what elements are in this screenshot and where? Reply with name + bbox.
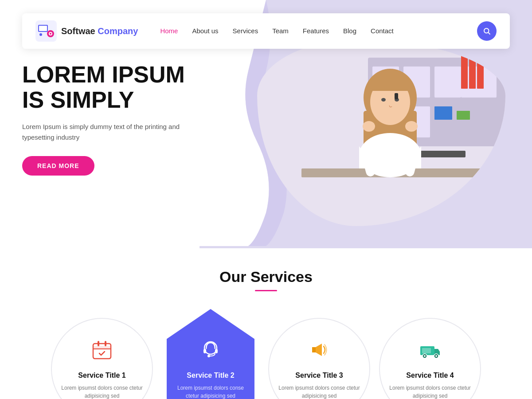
logo-icon	[35, 20, 57, 42]
logo-text: Softwae Company	[61, 26, 138, 36]
svg-rect-43	[215, 349, 218, 353]
nav-blog[interactable]: Blog	[343, 27, 356, 35]
services-section: Our Services Service Title 1 Lorem	[0, 246, 532, 399]
search-button[interactable]	[477, 21, 497, 41]
read-more-button[interactable]: READ MORE	[22, 156, 94, 176]
svg-point-49	[424, 355, 426, 357]
service-title-1: Service Title 1	[78, 372, 125, 379]
hero-title: LOREM IPSUM IS SIMPLY	[22, 62, 208, 113]
nav-links: Home About us Services Team Features Blo…	[160, 27, 393, 35]
svg-point-28	[381, 98, 386, 102]
svg-point-34	[363, 121, 375, 132]
nav-features[interactable]: Features	[303, 27, 329, 35]
svg-rect-42	[203, 349, 206, 353]
svg-rect-39	[98, 341, 99, 346]
service-card-2: Service Title 2 Lorem ipsumst dolors con…	[162, 309, 259, 399]
nav-home[interactable]: Home	[160, 27, 178, 35]
navbar: Softwae Company Home About us Services T…	[22, 13, 510, 49]
svg-rect-19	[457, 111, 470, 120]
service-card-4: Service Title 4 Lorem ipsumst dolors con…	[379, 318, 481, 399]
svg-rect-36	[93, 344, 111, 359]
service-desc-1: Lorem ipsumst dolors conse ctetur adipis…	[61, 384, 143, 399]
calendar-icon	[90, 338, 113, 365]
search-icon	[483, 27, 491, 35]
logo[interactable]: Softwae Company	[35, 20, 138, 42]
hero-content: LOREM IPSUM IS SIMPLY Lorem Ipsum is sim…	[22, 62, 208, 176]
services-grid: Service Title 1 Lorem ipsumst dolors con…	[22, 309, 510, 399]
service-title-2: Service Title 2	[187, 372, 234, 379]
svg-point-6	[39, 33, 42, 36]
service-desc-2: Lorem ipsumst dolors conse ctetur adipis…	[173, 384, 248, 399]
svg-rect-20	[461, 53, 468, 89]
nav-team[interactable]: Team	[272, 27, 289, 35]
svg-rect-14	[434, 66, 461, 98]
svg-point-44	[207, 355, 210, 357]
service-card-3: Service Title 3 Lorem ipsumst dolors con…	[268, 318, 370, 399]
nav-services[interactable]: Services	[233, 27, 258, 35]
service-title-4: Service Title 4	[406, 372, 454, 379]
megaphone-icon	[308, 338, 331, 365]
svg-point-35	[405, 121, 418, 132]
svg-line-8	[488, 32, 490, 34]
svg-point-7	[484, 28, 489, 33]
service-desc-4: Lorem ipsumst dolors conse ctetur adipis…	[389, 384, 471, 399]
headset-icon	[199, 338, 222, 365]
service-desc-3: Lorem ipsumst dolors conse ctetur adipis…	[278, 384, 360, 399]
svg-point-5	[50, 33, 51, 35]
svg-rect-40	[105, 341, 106, 346]
svg-rect-45	[312, 347, 316, 352]
nav-about[interactable]: About us	[192, 27, 218, 35]
services-title: Our Services	[22, 268, 510, 286]
service-card-1: Service Title 1 Lorem ipsumst dolors con…	[51, 318, 153, 399]
svg-rect-30	[395, 93, 398, 99]
section-underline	[255, 290, 277, 291]
truck-icon	[419, 338, 442, 365]
svg-rect-18	[434, 106, 452, 120]
svg-point-50	[435, 355, 437, 357]
svg-rect-2	[39, 26, 47, 31]
service-title-3: Service Title 3	[295, 372, 343, 379]
section-title-area: Our Services	[22, 268, 510, 291]
svg-rect-51	[422, 348, 431, 353]
nav-contact[interactable]: Contact	[371, 27, 394, 35]
hero-description: Lorem Ipsum is simply dummy text of the …	[22, 121, 208, 143]
